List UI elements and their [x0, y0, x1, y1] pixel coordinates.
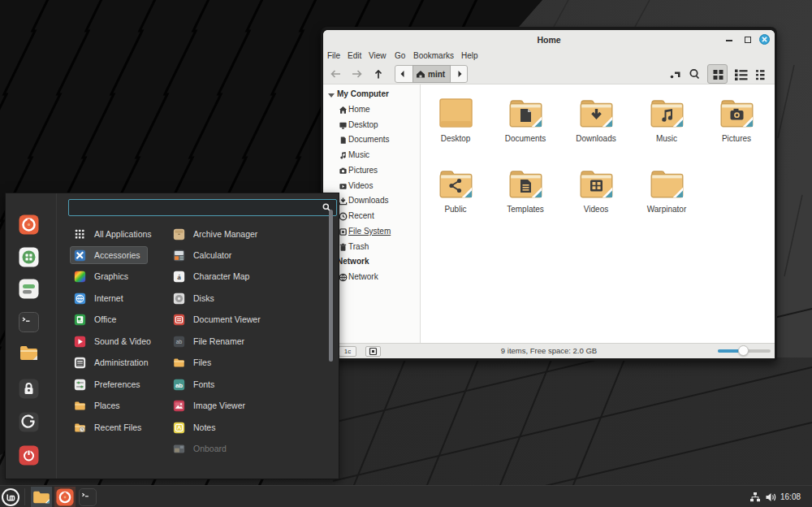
svg-text:ab: ab — [175, 382, 183, 389]
svg-text:á: á — [177, 273, 181, 281]
svg-text:mint: mint — [428, 70, 446, 79]
svg-text:ab: ab — [176, 339, 183, 344]
